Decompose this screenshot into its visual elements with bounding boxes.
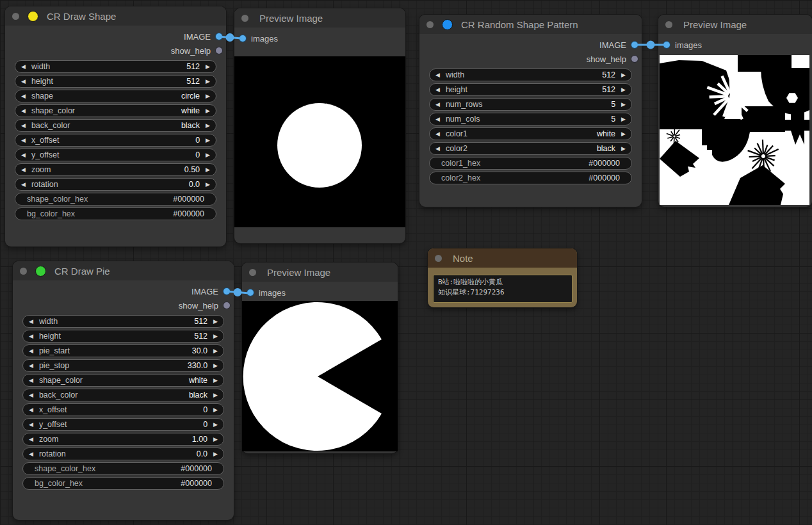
widget-width[interactable]: ◀width512▶ xyxy=(429,69,632,81)
link-midpoint-dot[interactable] xyxy=(234,288,242,296)
string-output-dot[interactable] xyxy=(223,302,230,309)
node-titlebar[interactable]: Preview Image xyxy=(242,262,398,282)
increment-arrow-icon[interactable]: ▶ xyxy=(207,319,223,325)
node-titlebar[interactable]: Preview Image xyxy=(658,15,812,34)
widget-shape[interactable]: ◀shapecircle▶ xyxy=(15,90,216,102)
node-titlebar[interactable]: Note xyxy=(428,248,577,268)
increment-arrow-icon[interactable]: ▶ xyxy=(615,146,631,152)
increment-arrow-icon[interactable]: ▶ xyxy=(207,378,223,384)
widget-bg_color_hex[interactable]: bg_color_hex#000000 xyxy=(15,207,216,220)
decrement-arrow-icon[interactable]: ◀ xyxy=(23,407,39,413)
increment-arrow-icon[interactable]: ▶ xyxy=(207,437,223,442)
widget-shape_color[interactable]: ◀shape_colorwhite▶ xyxy=(22,374,224,387)
collapse-dot-icon[interactable] xyxy=(435,255,442,262)
node-titlebar[interactable]: CR Random Shape Pattern xyxy=(419,15,642,34)
image-input-dot[interactable] xyxy=(663,42,670,48)
widget-height[interactable]: ◀height512▶ xyxy=(15,75,216,88)
decrement-arrow-icon[interactable]: ◀ xyxy=(15,79,31,85)
image-output-dot[interactable] xyxy=(631,42,638,48)
collapse-dot-icon[interactable] xyxy=(249,269,256,276)
increment-arrow-icon[interactable]: ▶ xyxy=(200,152,216,158)
increment-arrow-icon[interactable]: ▶ xyxy=(207,363,223,369)
decrement-arrow-icon[interactable]: ◀ xyxy=(23,348,39,354)
collapse-dot-icon[interactable] xyxy=(12,13,19,20)
widget-rotation[interactable]: ◀rotation0.0▶ xyxy=(15,178,216,191)
decrement-arrow-icon[interactable]: ◀ xyxy=(23,378,39,384)
widget-shape_color[interactable]: ◀shape_colorwhite▶ xyxy=(15,104,216,117)
increment-arrow-icon[interactable]: ▶ xyxy=(200,108,216,114)
widget-shape_color_hex[interactable]: shape_color_hex#000000 xyxy=(15,193,216,206)
increment-arrow-icon[interactable]: ▶ xyxy=(207,392,223,398)
increment-arrow-icon[interactable]: ▶ xyxy=(200,182,216,188)
image-input-dot[interactable] xyxy=(240,35,246,42)
increment-arrow-icon[interactable]: ▶ xyxy=(207,451,223,457)
decrement-arrow-icon[interactable]: ◀ xyxy=(23,363,39,369)
decrement-arrow-icon[interactable]: ◀ xyxy=(15,93,31,99)
widget-color2_hex[interactable]: color2_hex#000000 xyxy=(429,172,632,184)
decrement-arrow-icon[interactable]: ◀ xyxy=(23,437,39,442)
increment-arrow-icon[interactable]: ▶ xyxy=(200,138,216,143)
increment-arrow-icon[interactable]: ▶ xyxy=(615,102,631,108)
increment-arrow-icon[interactable]: ▶ xyxy=(615,87,631,93)
increment-arrow-icon[interactable]: ▶ xyxy=(207,407,223,413)
decrement-arrow-icon[interactable]: ◀ xyxy=(23,451,39,457)
widget-height[interactable]: ◀height512▶ xyxy=(22,330,224,343)
collapse-dot-icon[interactable] xyxy=(20,268,27,275)
collapse-dot-icon[interactable] xyxy=(426,21,434,28)
string-output-dot[interactable] xyxy=(216,47,222,54)
widget-color1[interactable]: ◀color1white▶ xyxy=(429,127,632,140)
widget-shape_color_hex[interactable]: shape_color_hex#000000 xyxy=(22,462,224,475)
widget-height[interactable]: ◀height512▶ xyxy=(429,83,632,96)
widget-color1_hex[interactable]: color1_hex#000000 xyxy=(429,157,632,170)
collapse-dot-icon[interactable] xyxy=(241,15,248,22)
node-titlebar[interactable]: CR Draw Pie xyxy=(13,261,234,280)
widget-back_color[interactable]: ◀back_colorblack▶ xyxy=(22,389,224,401)
decrement-arrow-icon[interactable]: ◀ xyxy=(15,138,31,143)
widget-num_cols[interactable]: ◀num_cols5▶ xyxy=(429,113,632,125)
increment-arrow-icon[interactable]: ▶ xyxy=(200,79,216,85)
increment-arrow-icon[interactable]: ▶ xyxy=(615,131,631,137)
widget-bg_color_hex[interactable]: bg_color_hex#000000 xyxy=(22,477,224,490)
decrement-arrow-icon[interactable]: ◀ xyxy=(15,182,31,188)
node-titlebar[interactable]: Preview Image xyxy=(234,8,405,28)
decrement-arrow-icon[interactable]: ◀ xyxy=(23,422,39,428)
image-input-dot[interactable] xyxy=(247,289,254,296)
decrement-arrow-icon[interactable]: ◀ xyxy=(430,72,446,78)
widget-width[interactable]: ◀width512▶ xyxy=(15,60,216,73)
increment-arrow-icon[interactable]: ▶ xyxy=(200,167,216,173)
widget-x_offset[interactable]: ◀x_offset0▶ xyxy=(22,403,224,416)
decrement-arrow-icon[interactable]: ◀ xyxy=(15,108,31,114)
link-midpoint-dot[interactable] xyxy=(647,41,655,49)
increment-arrow-icon[interactable]: ▶ xyxy=(207,422,223,428)
widget-x_offset[interactable]: ◀x_offset0▶ xyxy=(15,134,216,147)
decrement-arrow-icon[interactable]: ◀ xyxy=(430,131,446,137)
widget-y_offset[interactable]: ◀y_offset0▶ xyxy=(15,149,216,161)
widget-zoom[interactable]: ◀zoom1.00▶ xyxy=(22,433,224,446)
decrement-arrow-icon[interactable]: ◀ xyxy=(430,117,446,122)
decrement-arrow-icon[interactable]: ◀ xyxy=(15,167,31,173)
increment-arrow-icon[interactable]: ▶ xyxy=(615,117,631,122)
increment-arrow-icon[interactable]: ▶ xyxy=(200,123,216,129)
decrement-arrow-icon[interactable]: ◀ xyxy=(430,146,446,152)
link-midpoint-dot[interactable] xyxy=(226,33,234,42)
decrement-arrow-icon[interactable]: ◀ xyxy=(15,152,31,158)
image-output-dot[interactable] xyxy=(216,33,222,40)
decrement-arrow-icon[interactable]: ◀ xyxy=(23,334,39,339)
widget-num_rows[interactable]: ◀num_rows5▶ xyxy=(429,98,632,111)
widget-color2[interactable]: ◀color2black▶ xyxy=(429,142,632,155)
increment-arrow-icon[interactable]: ▶ xyxy=(200,64,216,70)
increment-arrow-icon[interactable]: ▶ xyxy=(200,93,216,99)
decrement-arrow-icon[interactable]: ◀ xyxy=(15,64,31,70)
widget-y_offset[interactable]: ◀y_offset0▶ xyxy=(22,418,224,431)
widget-pie_stop[interactable]: ◀pie_stop330.0▶ xyxy=(22,359,224,372)
increment-arrow-icon[interactable]: ▶ xyxy=(207,348,223,354)
decrement-arrow-icon[interactable]: ◀ xyxy=(430,87,446,93)
increment-arrow-icon[interactable]: ▶ xyxy=(207,334,223,339)
widget-zoom[interactable]: ◀zoom0.50▶ xyxy=(15,163,216,176)
collapse-dot-icon[interactable] xyxy=(665,21,672,28)
decrement-arrow-icon[interactable]: ◀ xyxy=(430,102,446,108)
widget-width[interactable]: ◀width512▶ xyxy=(22,315,224,328)
image-output-dot[interactable] xyxy=(223,288,230,295)
string-output-dot[interactable] xyxy=(631,56,638,62)
increment-arrow-icon[interactable]: ▶ xyxy=(615,72,631,78)
